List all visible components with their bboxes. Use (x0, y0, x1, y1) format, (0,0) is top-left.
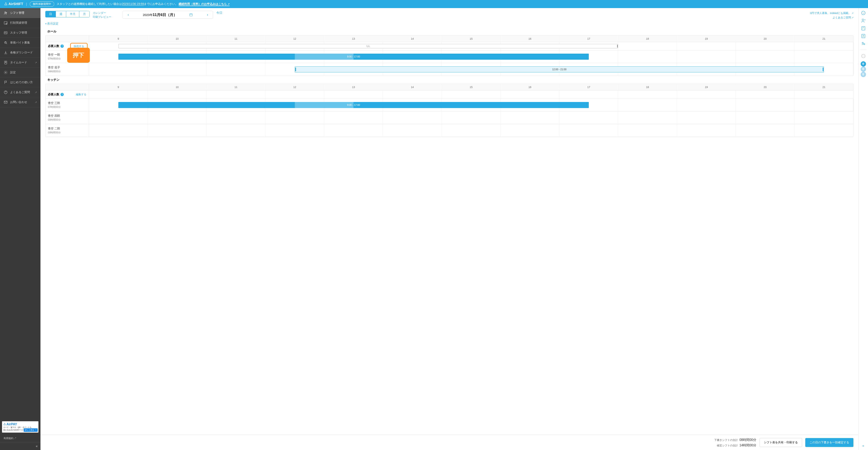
collapse-rail[interactable]: « (862, 442, 864, 450)
today-button[interactable]: 今日 (216, 11, 222, 15)
view-月[interactable]: 月 (79, 11, 89, 17)
calendar-link[interactable]: カレンダー (93, 11, 111, 15)
gear-icon (4, 70, 8, 74)
sidebar-item-id-card[interactable]: スタッフ管理 (0, 28, 40, 38)
svg-point-21 (862, 56, 863, 56)
airpay-logo: AirPAY (3, 422, 37, 426)
avatar[interactable]: 青 (861, 61, 866, 66)
help-icon[interactable]: ? (61, 44, 64, 48)
app-logo: AirSHIFT (4, 2, 23, 6)
add-user-icon[interactable] (861, 18, 866, 23)
sidebar-item-users[interactable]: シフト管理 (0, 8, 40, 18)
sidebar-item-download[interactable]: 各種ダウンロード (0, 48, 40, 58)
svg-rect-16 (862, 27, 865, 30)
hour-header: 21 (795, 36, 853, 42)
help-icon[interactable]: ? (61, 93, 64, 96)
sidebar-item-gear[interactable]: 設定 (0, 67, 40, 78)
hour-header: 12 (266, 36, 324, 42)
help-icon (4, 90, 8, 94)
sidebar-item-timecard[interactable]: タイムカード↗ (0, 58, 40, 67)
toolbar: 日週半月月 カレンダー 印刷プレビュー ‹ 2023年11月6日（月） › 今日… (40, 8, 858, 21)
view-週[interactable]: 週 (56, 11, 66, 17)
hour-header: 20 (736, 36, 795, 42)
staff-hours: 00時間00分 (48, 131, 86, 134)
avatar[interactable]: 青 (861, 66, 866, 72)
svg-point-18 (862, 42, 863, 43)
sidebar-item-label: はじめての使い方 (10, 81, 33, 84)
sidebar-item-help[interactable]: よくあるご質問↗ (0, 87, 40, 97)
airpay-promo[interactable]: AirPAY カード・電マネ・QR・ポイントも 使えるお店の決済サービス 詳しく… (2, 421, 38, 432)
airpay-button[interactable]: 詳しく見る ↗ (24, 428, 38, 432)
avatar[interactable]: 青 (861, 72, 866, 77)
banner-cta-link[interactable]: 継続利用（有料）のお申込みはこちら (179, 2, 229, 6)
staff-name: 青空 四郎 (48, 114, 86, 118)
timecard-icon (4, 60, 8, 64)
hour-header: 21 (795, 84, 853, 90)
shift-bar[interactable]: 9:00 - 17:00 (118, 54, 589, 60)
view-switcher: 日週半月月 (45, 11, 90, 18)
right-rail: 青青青 « (858, 8, 868, 450)
hour-header: 13 (324, 36, 383, 42)
hourglass-icon[interactable] (861, 34, 866, 38)
prev-day[interactable]: ‹ (126, 13, 131, 17)
sidebar-item-label: 打刻実績管理 (10, 21, 27, 25)
sidebar-item-search-person[interactable]: 単発バイト募集 (0, 38, 40, 48)
id-card-icon (4, 31, 8, 35)
edit-button[interactable]: 編集する (76, 93, 86, 96)
print-preview-link[interactable]: 印刷プレビュー (93, 15, 111, 19)
annotation-callout: 押下 (67, 48, 90, 63)
svg-rect-12 (4, 101, 7, 103)
svg-rect-8 (4, 61, 7, 64)
sidebar: シフト管理打刻実績管理スタッフ管理単発バイト募集各種ダウンロードタイムカード↗設… (0, 8, 40, 450)
flag-icon (4, 80, 8, 84)
svg-point-22 (863, 56, 864, 56)
banner-message: スタッフとの連携機能を継続して利用したい場合は2023/11/30 23:59ま… (57, 2, 864, 6)
svg-rect-4 (4, 32, 7, 34)
staff-hours: 08時間00分 (48, 70, 86, 73)
trial-badge: 無料体験期間中 (30, 1, 54, 7)
view-半月[interactable]: 半月 (66, 11, 79, 17)
chat-icon[interactable] (861, 54, 866, 58)
hour-header: 12 (266, 84, 324, 90)
hour-header: 18 (618, 36, 677, 42)
staff-name: 青空 二郎 (48, 127, 86, 130)
display-settings-toggle[interactable]: 表示設定 (40, 21, 858, 28)
view-日[interactable]: 日 (45, 11, 56, 17)
hour-header: 19 (677, 84, 736, 90)
svg-point-1 (6, 12, 7, 13)
required-bar[interactable]: 1人 (118, 44, 618, 48)
next-day[interactable]: › (205, 13, 210, 17)
hour-header: 10 (148, 36, 207, 42)
shift-bar[interactable]: 12:00 - 21:00 (295, 66, 824, 72)
required-label: 必要人数 (48, 93, 59, 96)
hour-header: 15 (442, 84, 501, 90)
separator: | (26, 2, 27, 6)
indeed-link[interactable]: 0円で求人募集。indeedにも掲載。 (810, 11, 854, 16)
check-list-icon[interactable] (861, 26, 866, 31)
hour-header: 16 (501, 84, 559, 90)
footer-bar: 下書きシフトの合計 08時間00分 確定シフトの合計 14時間00分 シフト表を… (40, 435, 858, 450)
faq-link[interactable]: よくあるご質問 (810, 16, 854, 20)
hour-header: 13 (324, 84, 383, 90)
terms-link[interactable]: 利用規約 ↗ (0, 434, 40, 442)
share-print-button[interactable]: シフト表を共有・印刷する (760, 438, 802, 447)
calendar-links: カレンダー 印刷プレビュー (93, 11, 111, 19)
clock-list-icon (4, 21, 8, 25)
collapse-sidebar[interactable]: « (0, 442, 40, 450)
shift-bar[interactable]: 9:00 - 17:00 (118, 102, 589, 108)
sidebar-item-flag[interactable]: はじめての使い方 (0, 78, 40, 87)
calendar-icon[interactable] (189, 13, 193, 17)
info-icon[interactable] (861, 10, 866, 16)
money-icon[interactable] (861, 41, 866, 46)
sidebar-item-mail[interactable]: お問い合わせ↗ (0, 97, 40, 107)
sidebar-item-clock-list[interactable]: 打刻実績管理 (0, 18, 40, 28)
confirm-all-button[interactable]: この日の下書きを一括確定する (805, 438, 854, 447)
staff-hours: 00時間00分 (48, 118, 86, 122)
required-label: 必要人数 (48, 44, 59, 48)
svg-point-10 (5, 72, 6, 73)
svg-point-15 (862, 19, 864, 21)
search-person-icon (4, 41, 8, 45)
hour-header: 9 (89, 36, 148, 42)
hour-header: 19 (677, 36, 736, 42)
section-title: ホール (45, 28, 854, 35)
